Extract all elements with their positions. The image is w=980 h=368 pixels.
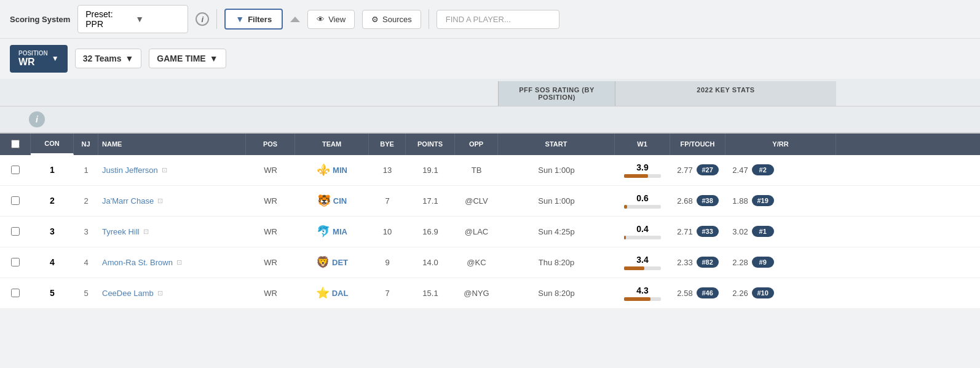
divider — [216, 9, 217, 29]
row-yrr-cell: 3.02 #1 — [725, 218, 781, 244]
info-cell: i — [0, 106, 74, 132]
sources-button[interactable]: ⚙ Sources — [362, 10, 421, 29]
row-yrr-cell: 1.88 #19 — [725, 188, 781, 214]
team-abbr[interactable]: MIA — [333, 227, 347, 236]
table-row: 3 3 Tyreek Hill ⊡ WR 🐬 MIA 10 16.9 @LAC … — [0, 217, 980, 247]
player-name-link[interactable]: Ja'Marr Chase — [102, 196, 154, 206]
yrr-rank-badge: #19 — [752, 195, 774, 206]
team-logo-icon: 🐯 — [317, 194, 331, 207]
position-dropdown[interactable]: POSITION WR ▼ — [10, 45, 68, 73]
row-fptouch-value: 2.68 — [677, 196, 692, 206]
sos-header: PFF SOS RATING (BY POSITION) — [498, 81, 615, 106]
position-label: POSITION — [18, 50, 48, 57]
row-checkbox-cell — [0, 281, 31, 305]
col-pos: POS — [246, 134, 295, 155]
gametime-label: GAME TIME — [157, 54, 205, 63]
row-yrr-value: 3.02 — [732, 227, 748, 236]
row-bye: 9 — [369, 250, 406, 274]
find-player-input[interactable]: FIND A PLAYER... — [437, 10, 559, 29]
row-team-cell: ⚜️ MIN — [295, 156, 369, 184]
row-name-cell: Ja'Marr Chase ⊡ — [98, 189, 246, 213]
row-name-cell: Amon-Ra St. Brown ⊡ — [98, 250, 246, 274]
row-w1-cell: 4.3 — [615, 278, 670, 308]
row-checkbox-cell — [0, 158, 31, 182]
row-start: Sun 1:00p — [498, 158, 615, 182]
team-abbr[interactable]: DAL — [332, 289, 349, 298]
row-fptouch-cell: 2.58 #46 — [670, 280, 725, 306]
player-name-link[interactable]: Amon-Ra St. Brown — [102, 258, 173, 267]
preset-value: Preset: PPR — [85, 9, 130, 29]
row-team-cell: 🦁 DET — [295, 248, 369, 276]
row-con: 4 — [31, 250, 74, 274]
fptouch-rank-badge: #82 — [697, 257, 719, 268]
w1-bar-fill — [624, 297, 650, 301]
view-label: View — [328, 15, 346, 24]
gear-icon: ⚙ — [371, 15, 379, 24]
row-opp: @LAC — [455, 220, 498, 244]
copy-icon: ⊡ — [143, 228, 149, 236]
row-bye: 7 — [369, 281, 406, 305]
player-name-link[interactable]: Tyreek Hill — [102, 227, 140, 236]
select-all-checkbox[interactable] — [11, 140, 20, 148]
yrr-rank-badge: #9 — [752, 257, 774, 268]
row-points: 16.9 — [406, 220, 455, 244]
player-name-link[interactable]: CeeDee Lamb — [102, 289, 154, 298]
team-logo-icon: ⭐ — [316, 286, 330, 300]
chevron-down-icon-gametime: ▼ — [210, 54, 218, 63]
filter-bar: POSITION WR ▼ 32 Teams ▼ GAME TIME ▼ — [0, 39, 980, 79]
gametime-dropdown[interactable]: GAME TIME ▼ — [149, 49, 226, 68]
row-opp: @KC — [455, 250, 498, 274]
row-opp: @NYG — [455, 281, 498, 305]
view-button[interactable]: 👁 View — [307, 10, 355, 29]
copy-icon: ⊡ — [176, 258, 182, 266]
table-row: 4 4 Amon-Ra St. Brown ⊡ WR 🦁 DET 9 14.0 … — [0, 247, 980, 278]
row-yrr-value: 2.28 — [732, 258, 748, 267]
row-yrr-cell: 2.47 #2 — [725, 157, 781, 183]
row-nj: 1 — [74, 158, 98, 182]
preset-dropdown[interactable]: Preset: PPR ▼ — [77, 5, 188, 33]
scoring-system-label: Scoring System — [10, 15, 70, 24]
col-opp: OPP — [455, 134, 498, 155]
team-abbr[interactable]: MIN — [333, 166, 347, 175]
row-fptouch-cell: 2.71 #33 — [670, 218, 725, 244]
eye-icon: 👁 — [317, 15, 325, 24]
table-row: 2 2 Ja'Marr Chase ⊡ WR 🐯 CIN 7 17.1 @CLV… — [0, 186, 980, 217]
row-w1-value: 0.6 — [636, 193, 648, 203]
row-nj: 4 — [74, 250, 98, 274]
fptouch-rank-badge: #38 — [697, 195, 719, 206]
row-fptouch-cell: 2.77 #27 — [670, 157, 725, 183]
col-con: CON — [31, 134, 74, 155]
filters-button[interactable]: ▼ Filters — [224, 9, 283, 30]
yrr-rank-badge: #2 — [752, 164, 774, 175]
info-circle-icon[interactable]: i — [29, 111, 45, 127]
row-nj: 3 — [74, 220, 98, 244]
chevron-down-icon: ▼ — [135, 14, 180, 24]
teams-dropdown[interactable]: 32 Teams ▼ — [75, 49, 142, 68]
row-fptouch-cell: 2.68 #38 — [670, 188, 725, 214]
row-checkbox[interactable] — [11, 258, 20, 266]
team-abbr[interactable]: CIN — [333, 196, 347, 206]
row-checkbox[interactable] — [11, 227, 20, 236]
row-checkbox[interactable] — [11, 166, 20, 174]
row-opp: TB — [455, 158, 498, 182]
position-value: WR — [18, 57, 48, 68]
row-w1-cell: 0.4 — [615, 217, 670, 247]
row-checkbox[interactable] — [11, 289, 20, 297]
fptouch-rank-badge: #27 — [697, 164, 719, 175]
row-checkbox-cell — [0, 250, 31, 274]
row-fptouch-value: 2.77 — [677, 166, 692, 175]
team-logo-icon: 🦁 — [316, 255, 330, 269]
player-name-link[interactable]: Justin Jefferson — [102, 166, 158, 175]
row-fptouch-value: 2.58 — [677, 289, 692, 298]
row-checkbox[interactable] — [11, 196, 20, 205]
team-abbr[interactable]: DET — [332, 258, 348, 267]
col-start: START — [498, 134, 615, 155]
w1-bar-bg — [624, 236, 661, 239]
copy-icon: ⊡ — [157, 197, 163, 205]
row-pos: WR — [246, 281, 295, 305]
row-fptouch-value: 2.71 — [677, 227, 692, 236]
w1-bar-fill — [624, 205, 627, 209]
col-points: POINTS — [406, 134, 455, 155]
info-icon[interactable]: i — [196, 12, 209, 26]
w1-bar-bg — [624, 266, 661, 270]
